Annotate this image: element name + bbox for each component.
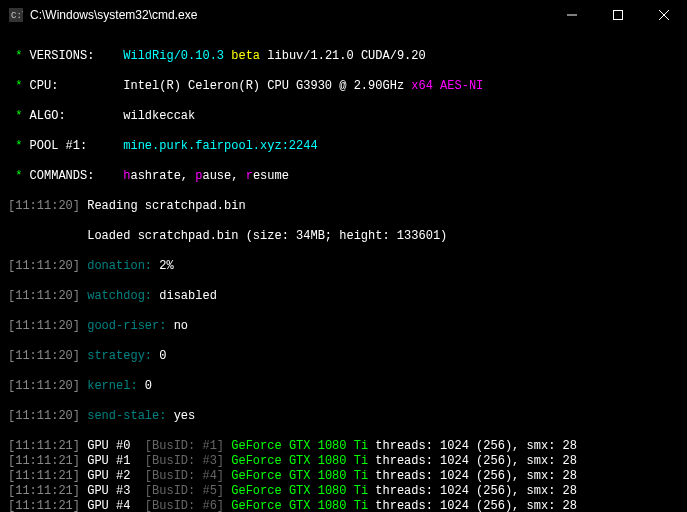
gpu-line: [11:11:21] GPU #2 [BusID: #4] GeForce GT…: [8, 469, 679, 484]
versions-beta: beta: [231, 49, 260, 63]
commands-label: COMMANDS:: [30, 169, 95, 183]
gpu-line: [11:11:21] GPU #1 [BusID: #3] GeForce GT…: [8, 454, 679, 469]
timestamp: [11:11:20]: [8, 199, 80, 213]
log-line: Reading scratchpad.bin: [87, 199, 245, 213]
svg-text:C:\: C:\: [11, 11, 23, 21]
gpu-line: [11:11:21] GPU #3 [BusID: #5] GeForce GT…: [8, 484, 679, 499]
gpu-line: [11:11:21] GPU #4 [BusID: #6] GeForce GT…: [8, 499, 679, 512]
svg-rect-3: [614, 11, 623, 20]
versions-app: WildRig/0.10.3: [123, 49, 224, 63]
algo-label: ALGO:: [30, 109, 66, 123]
close-button[interactable]: [641, 0, 687, 30]
gpu-line: [11:11:21] GPU #0 [BusID: #1] GeForce GT…: [8, 439, 679, 454]
maximize-button[interactable]: [595, 0, 641, 30]
cpu-ext: x64 AES-NI: [411, 79, 483, 93]
algo-value: wildkeccak: [123, 109, 195, 123]
window-controls: [549, 0, 687, 30]
terminal-output[interactable]: * VERSIONS: WildRig/0.10.3 beta libuv/1.…: [0, 30, 687, 512]
versions-label: VERSIONS:: [30, 49, 95, 63]
log-line: Loaded scratchpad.bin (size: 34MB; heigh…: [87, 229, 447, 243]
pool-label: POOL #1:: [30, 139, 88, 153]
minimize-button[interactable]: [549, 0, 595, 30]
cpu-value: Intel(R) Celeron(R) CPU G3930 @ 2.90GHz: [123, 79, 404, 93]
window-title: C:\Windows\system32\cmd.exe: [30, 8, 549, 22]
pool-value: mine.purk.fairpool.xyz:2244: [123, 139, 317, 153]
versions-rest: libuv/1.21.0 CUDA/9.20: [267, 49, 425, 63]
window-titlebar: C:\ C:\Windows\system32\cmd.exe: [0, 0, 687, 30]
cpu-label: CPU:: [30, 79, 59, 93]
cmd-icon: C:\: [8, 7, 24, 23]
